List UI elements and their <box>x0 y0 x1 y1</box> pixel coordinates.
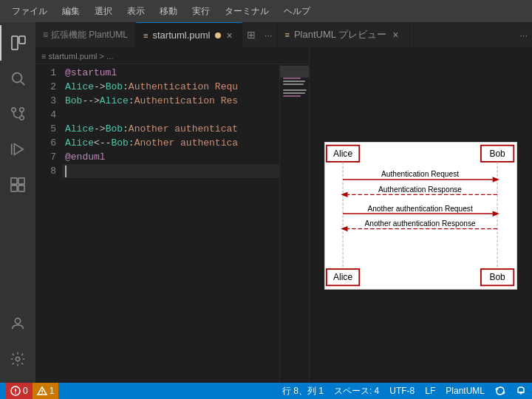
activity-explorer-icon[interactable] <box>0 25 35 61</box>
code-line-5: Alice -> Bob : Another authenticat <box>62 122 279 136</box>
tab-close-button[interactable]: × <box>225 30 234 41</box>
menu-view[interactable]: 表示 <box>121 4 151 19</box>
svg-rect-18 <box>283 81 305 82</box>
svg-marker-36 <box>493 211 499 216</box>
bell-icon <box>516 386 526 396</box>
warning-count: 1 <box>50 386 55 396</box>
svg-rect-19 <box>283 83 304 85</box>
tab-label: startuml.puml <box>152 30 210 41</box>
status-warnings[interactable]: 1 <box>33 383 59 399</box>
error-count: 0 <box>23 386 28 396</box>
menu-terminal[interactable]: ターミナル <box>219 4 275 19</box>
minimap <box>279 64 309 383</box>
svg-rect-12 <box>18 178 24 184</box>
activity-run-icon[interactable] <box>0 132 35 167</box>
svg-point-2 <box>13 73 22 83</box>
status-eol[interactable]: LF <box>425 386 435 396</box>
svg-text:Bob: Bob <box>489 148 505 158</box>
menu-file[interactable]: ファイル <box>6 4 53 19</box>
tab-preview-close-button[interactable]: × <box>391 29 400 41</box>
status-encoding[interactable]: UTF-8 <box>389 386 415 396</box>
editor-area: ≡ 拡張機能 PlantUML ≡ startuml.puml × ⊞ ··· … <box>35 22 532 383</box>
code-line-7: @enduml <box>62 150 279 164</box>
svg-marker-33 <box>341 191 347 197</box>
code-line-4 <box>62 108 279 122</box>
panel-label-text: 拡張機能 PlantUML <box>51 29 128 41</box>
main-area: ≡ 拡張機能 PlantUML ≡ startuml.puml × ⊞ ··· … <box>0 22 532 383</box>
activity-source-control-icon[interactable] <box>0 96 35 132</box>
editor-lines[interactable]: 1 2 3 4 5 6 7 8 @startuml A <box>35 64 309 383</box>
tab-file-icon: ≡ <box>143 31 148 40</box>
preview-panel: Alice Bob Authentication Request <box>309 48 532 383</box>
cursor-position: 行 8、列 1 <box>282 385 324 398</box>
tab-preview[interactable]: ≡ PlantUML プレビュー × <box>277 22 410 47</box>
svg-point-15 <box>15 318 20 324</box>
svg-line-3 <box>21 81 24 85</box>
svg-marker-39 <box>341 225 347 231</box>
status-spaces[interactable]: スペース: 4 <box>334 385 379 398</box>
line-numbers: 1 2 3 4 5 6 7 8 <box>35 64 62 383</box>
code-line-6: Alice <-- Bob : Another authentica <box>62 136 279 150</box>
svg-rect-14 <box>18 185 24 191</box>
preview-more-button[interactable]: ··· <box>515 22 532 47</box>
status-notification-icon[interactable] <box>516 386 526 396</box>
svg-rect-0 <box>12 36 18 50</box>
activity-bar <box>0 22 35 383</box>
activity-settings-icon[interactable] <box>0 341 35 377</box>
status-language[interactable]: PlantUML <box>446 386 485 396</box>
menu-help[interactable]: ヘルプ <box>278 4 316 19</box>
svg-text:Authentication Request: Authentication Request <box>381 170 459 178</box>
status-bar: 0 1 行 8、列 1 スペース: 4 UTF-8 LF PlantUML <box>0 383 532 399</box>
svg-rect-17 <box>283 78 301 79</box>
breadcrumb: ≡ startuml.puml > ... <box>35 48 309 64</box>
status-position[interactable]: 行 8、列 1 <box>282 385 324 398</box>
svg-point-4 <box>12 108 16 112</box>
status-errors[interactable]: 0 <box>6 383 33 399</box>
menu-select[interactable]: 選択 <box>89 4 118 19</box>
sync-icon <box>495 386 505 396</box>
svg-marker-51 <box>495 387 498 390</box>
tab-startuml[interactable]: ≡ startuml.puml × <box>136 22 242 47</box>
activity-search-icon[interactable] <box>0 61 35 96</box>
svg-rect-21 <box>283 92 305 94</box>
svg-rect-20 <box>283 89 307 91</box>
activity-bar-bottom <box>0 306 35 383</box>
status-sync-icon[interactable] <box>495 386 505 396</box>
extensions-panel-label: ≡ 拡張機能 PlantUML <box>35 22 136 47</box>
encoding-label: UTF-8 <box>389 386 415 396</box>
tabs-bar: ≡ 拡張機能 PlantUML ≡ startuml.puml × ⊞ ··· … <box>35 22 532 48</box>
tab-more-button[interactable]: ··· <box>260 22 277 47</box>
activity-extensions-icon[interactable] <box>0 167 35 202</box>
activity-account-icon[interactable] <box>0 306 35 341</box>
sequence-diagram: Alice Bob Authentication Request <box>324 142 517 290</box>
split-editor-icon[interactable]: ⊞ <box>242 22 260 47</box>
svg-marker-52 <box>502 392 505 395</box>
error-icon <box>10 386 21 396</box>
menu-go[interactable]: 移動 <box>154 4 183 19</box>
menubar: ファイル 編集 選択 表示 移動 実行 ターミナル ヘルプ <box>0 0 532 22</box>
svg-point-50 <box>41 393 42 394</box>
svg-text:Bob: Bob <box>489 271 505 282</box>
svg-rect-13 <box>11 185 17 191</box>
svg-text:Another authentication Respons: Another authentication Response <box>364 219 476 227</box>
diagram-area: Alice Bob Authentication Request <box>310 48 532 383</box>
code-line-2: Alice -> Bob : Authentication Requ <box>62 80 279 94</box>
language-label: PlantUML <box>446 386 485 396</box>
code-content[interactable]: @startuml Alice -> Bob : Authentication … <box>62 64 279 383</box>
tab-modified-dot <box>215 33 221 38</box>
status-right: 行 8、列 1 スペース: 4 UTF-8 LF PlantUML <box>282 385 526 398</box>
svg-point-5 <box>20 116 24 120</box>
svg-point-6 <box>20 108 24 112</box>
svg-rect-11 <box>11 178 17 184</box>
svg-rect-1 <box>19 36 25 44</box>
svg-text:Alice: Alice <box>333 148 352 158</box>
code-editor: ≡ startuml.puml > ... 1 2 3 4 5 6 7 8 <box>35 48 309 383</box>
eol-label: LF <box>425 386 435 396</box>
svg-marker-9 <box>14 144 23 155</box>
code-line-1: @startuml <box>62 66 279 80</box>
code-line-8 <box>62 164 279 178</box>
svg-text:Authentication Response: Authentication Response <box>378 185 462 193</box>
menu-edit[interactable]: 編集 <box>56 4 86 19</box>
tab-preview-label: PlantUML プレビュー <box>294 28 386 41</box>
menu-run[interactable]: 実行 <box>186 4 216 19</box>
